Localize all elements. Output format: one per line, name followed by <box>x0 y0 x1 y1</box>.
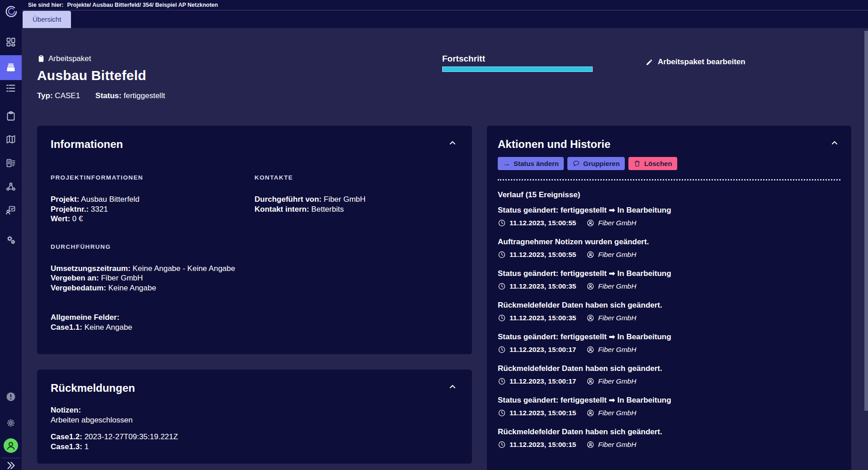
sidebar-item-checklist[interactable] <box>5 83 16 94</box>
app-root: Sie sind hier: Projekte/ Ausbau Bitterfe… <box>0 0 868 470</box>
field-row: Wert: 0 € <box>51 214 255 224</box>
clock-icon <box>498 219 506 227</box>
event-time-group: 11.12.2023, 15:00:55 <box>498 219 586 227</box>
event-actor: Fiber GmbH <box>598 346 636 354</box>
gruppieren-button[interactable]: Gruppieren <box>567 157 625 170</box>
clock-icon <box>498 346 506 354</box>
event-actor-group: Fiber GmbH <box>586 377 636 385</box>
loeschen-button[interactable]: Löschen <box>628 157 677 170</box>
event-time-group: 11.12.2023, 15:00:15 <box>498 409 586 417</box>
clipboard-icon <box>37 55 45 63</box>
action-buttons: → Status ändern Gruppieren Löschen <box>498 157 840 170</box>
history-event: Rückmeldefelder Daten haben sich geänder… <box>498 427 840 449</box>
edit-button-label: Arbeitspaket bearbeiten <box>658 57 745 66</box>
scrollbar-track <box>864 28 868 470</box>
sidebar <box>0 0 22 470</box>
history-event: Status geändert: fertiggestellt ➡ In Bea… <box>498 205 840 227</box>
history-event: Status geändert: fertiggestellt ➡ In Bea… <box>498 268 840 290</box>
event-meta: 11.12.2023, 15:00:35 Fiber GmbH <box>498 314 840 322</box>
sidebar-item-dashboard[interactable] <box>5 37 16 47</box>
event-title: Rückmeldefelder Daten haben sich geänder… <box>498 363 840 374</box>
entity-kind-label: Arbeitspaket <box>48 54 91 63</box>
history-event-list: Status geändert: fertiggestellt ➡ In Bea… <box>498 205 840 449</box>
history-event: Rückmeldefelder Daten haben sich geänder… <box>498 300 840 322</box>
event-timestamp: 11.12.2023, 15:00:15 <box>509 409 576 417</box>
collapse-button[interactable] <box>448 381 458 392</box>
user-avatar[interactable] <box>4 438 18 453</box>
collapse-button[interactable] <box>830 138 840 148</box>
event-title: Status geändert: fertiggestellt ➡ In Bea… <box>498 205 840 216</box>
sidebar-item-clipboard[interactable] <box>5 111 16 122</box>
sidebar-expand-button[interactable] <box>5 460 16 470</box>
rueckmeldungen-card: Rückmeldungen Notizen: Arbeiten abgeschl… <box>37 370 472 464</box>
sidebar-item-organization[interactable] <box>5 157 16 168</box>
arrow-right-icon: → <box>503 160 510 167</box>
page-title: Ausbau Bittefeld <box>37 68 146 83</box>
sidebar-item-alerts[interactable] <box>5 391 16 402</box>
event-actor-group: Fiber GmbH <box>586 409 636 417</box>
user-icon <box>586 219 594 227</box>
clock-icon <box>498 251 506 259</box>
event-meta: 11.12.2023, 15:00:55 Fiber GmbH <box>498 219 840 227</box>
sidebar-item-network[interactable] <box>5 181 16 192</box>
event-title: Status geändert: fertiggestellt ➡ In Bea… <box>498 268 840 279</box>
field-row: Durchgeführt von: Fiber GmbH <box>255 195 458 204</box>
clock-icon <box>498 377 506 385</box>
event-timestamp: 11.12.2023, 15:00:35 <box>509 282 576 290</box>
event-actor-group: Fiber GmbH <box>586 251 636 259</box>
section-heading: DURCHFÜHRUNG <box>51 243 255 251</box>
breadcrumb-path[interactable]: Projekte/ Ausbau Bitterfeld/ 354/ Beispi… <box>67 0 218 10</box>
event-actor-group: Fiber GmbH <box>586 441 636 449</box>
scrollbar-thumb[interactable] <box>864 31 868 411</box>
notes-label: Notizen: <box>51 405 458 415</box>
type-label: Typ: <box>37 91 53 100</box>
sidebar-item-work-packages[interactable] <box>5 62 16 73</box>
tab-uebersicht[interactable]: Übersicht <box>23 11 71 28</box>
field-row: Umsetzungszeitraum: Keine Angabe - Keine… <box>51 264 255 274</box>
sidebar-item-map[interactable] <box>5 134 16 145</box>
chevron-up-icon <box>448 138 458 148</box>
field-row: Projektnr.: 3321 <box>51 204 255 214</box>
event-timestamp: 11.12.2023, 15:00:55 <box>509 251 576 259</box>
event-actor: Fiber GmbH <box>598 251 636 259</box>
field-row: Case1.1: Keine Angabe <box>51 323 255 332</box>
status-aendern-button[interactable]: → Status ändern <box>498 157 564 170</box>
edit-workpackage-button[interactable]: Arbeitspaket bearbeiten <box>646 57 745 66</box>
sidebar-item-settings-gears[interactable] <box>5 234 16 245</box>
trash-icon <box>633 160 641 167</box>
event-time-group: 11.12.2023, 15:00:17 <box>498 377 586 385</box>
notes-value: Arbeiten abgeschlossen <box>51 415 458 425</box>
card-title: Aktionen und Historie <box>498 138 610 151</box>
general-fields-heading: Allgemeine Felder: <box>51 313 255 323</box>
chevron-up-icon <box>830 138 840 148</box>
section-allgemeine-felder: Allgemeine Felder: Case1.1: Keine Angabe <box>51 313 255 332</box>
event-actor-group: Fiber GmbH <box>586 314 636 322</box>
chevron-up-icon <box>448 382 458 392</box>
type-value: CASE1 <box>55 91 80 100</box>
aktionen-historie-card: Aktionen und Historie → Status ändern Gr… <box>487 126 851 470</box>
event-title: Status geändert: fertiggestellt ➡ In Bea… <box>498 332 840 342</box>
event-timestamp: 11.12.2023, 15:00:17 <box>509 377 576 385</box>
sidebar-item-user-terminal[interactable] <box>5 205 16 216</box>
history-event: Status geändert: fertiggestellt ➡ In Bea… <box>498 395 840 417</box>
app-logo-icon[interactable] <box>4 4 18 19</box>
collapse-button[interactable] <box>448 138 458 148</box>
event-time-group: 11.12.2023, 15:00:35 <box>498 282 586 290</box>
event-actor: Fiber GmbH <box>598 377 636 385</box>
event-title: Rückmeldefelder Daten haben sich geänder… <box>498 427 840 437</box>
event-actor: Fiber GmbH <box>598 314 636 322</box>
section-projektinformationen: PROJEKTINFORMATIONEN Projekt: Ausbau Bit… <box>51 174 255 224</box>
event-meta: 11.12.2023, 15:00:15 Fiber GmbH <box>498 409 840 417</box>
event-actor: Fiber GmbH <box>598 282 636 290</box>
event-timestamp: 11.12.2023, 15:00:55 <box>509 219 576 227</box>
sidebar-item-appearance[interactable] <box>5 418 16 428</box>
card-title: Informationen <box>51 138 123 151</box>
clock-icon <box>498 282 506 290</box>
event-actor: Fiber GmbH <box>598 409 636 417</box>
event-time-group: 11.12.2023, 15:00:55 <box>498 251 586 259</box>
breadcrumb: Sie sind hier: Projekte/ Ausbau Bitterfe… <box>22 0 868 10</box>
progress-section: Fortschritt <box>442 54 593 72</box>
user-icon <box>586 314 594 322</box>
field-row: Projekt: Ausbau Bitterfeld <box>51 195 255 204</box>
informationen-card: Informationen PROJEKTINFORMATIONEN Proje… <box>37 126 472 354</box>
